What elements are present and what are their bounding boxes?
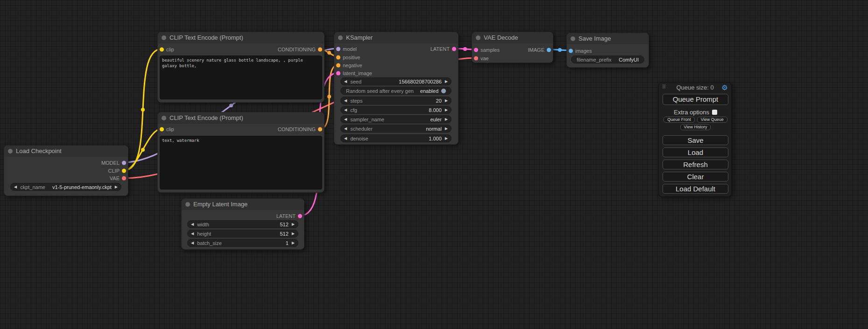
latent-port-dot[interactable]: [452, 47, 456, 51]
increment-arrow-icon[interactable]: ▶: [292, 230, 295, 238]
steps-widget[interactable]: ◀ steps 20 ▶: [340, 97, 452, 105]
node-ksampler[interactable]: KSampler model positive negative latent_…: [334, 32, 459, 145]
increment-arrow-icon[interactable]: ▶: [445, 134, 448, 142]
ckpt-name-widget[interactable]: ◀ ckpt_name v1-5-pruned-emaonly.ckpt ▶: [10, 183, 121, 191]
node-title-bar[interactable]: KSampler: [334, 32, 458, 43]
prev-arrow-icon[interactable]: ◀: [344, 125, 347, 133]
output-port-model[interactable]: MODEL: [101, 159, 126, 167]
next-arrow-icon[interactable]: ▶: [445, 115, 448, 123]
clear-button[interactable]: Clear: [663, 172, 728, 182]
decrement-arrow-icon[interactable]: ◀: [344, 134, 347, 142]
decrement-arrow-icon[interactable]: ◀: [344, 77, 347, 85]
conditioning-port-dot[interactable]: [318, 48, 322, 52]
next-arrow-icon[interactable]: ▶: [445, 125, 448, 133]
node-load-checkpoint[interactable]: Load Checkpoint MODEL CLIP VAE ◀ ckpt_na…: [4, 145, 128, 196]
seed-widget[interactable]: ◀ seed 156680208700286 ▶: [340, 77, 452, 85]
clip-port-dot[interactable]: [160, 127, 164, 132]
prompt-textarea[interactable]: beautiful scenery nature glass bottle la…: [160, 56, 322, 99]
prompt-textarea[interactable]: text, watermark: [160, 136, 322, 189]
collapse-dot-icon[interactable]: [162, 116, 166, 120]
input-port-clip[interactable]: clip: [160, 126, 174, 133]
latent-port-dot[interactable]: [474, 48, 478, 52]
node-title-bar[interactable]: Empty Latent Image: [182, 199, 304, 210]
output-port-latent[interactable]: LATENT: [276, 212, 302, 220]
output-port-clip[interactable]: CLIP: [108, 167, 126, 175]
input-port-images[interactable]: images: [569, 47, 592, 55]
decrement-arrow-icon[interactable]: ◀: [191, 239, 194, 247]
node-save-image[interactable]: Save Image images filename_prefix ComfyU…: [566, 33, 649, 68]
conditioning-port-dot[interactable]: [336, 63, 340, 68]
drag-handle-icon[interactable]: ⠿: [662, 84, 666, 90]
input-port-negative[interactable]: negative: [336, 62, 362, 69]
output-port-latent[interactable]: LATENT: [430, 45, 456, 53]
input-port-samples[interactable]: samples: [474, 46, 500, 54]
output-port-image[interactable]: IMAGE: [528, 46, 551, 54]
view-history-button[interactable]: View History: [680, 124, 711, 130]
vae-port-dot[interactable]: [474, 56, 478, 61]
model-port-dot[interactable]: [122, 161, 126, 165]
output-port-conditioning[interactable]: CONDITIONING: [278, 46, 322, 53]
increment-arrow-icon[interactable]: ▶: [292, 220, 295, 228]
view-queue-button[interactable]: View Queue: [697, 117, 727, 123]
prev-arrow-icon[interactable]: ◀: [14, 183, 17, 191]
next-arrow-icon[interactable]: ▶: [115, 183, 118, 191]
node-title-bar[interactable]: VAE Decode: [472, 32, 553, 43]
filename-prefix-widget[interactable]: filename_prefix ComfyUI: [571, 56, 644, 63]
input-port-vae[interactable]: vae: [474, 55, 489, 62]
conditioning-port-dot[interactable]: [336, 56, 340, 60]
output-port-conditioning[interactable]: CONDITIONING: [278, 126, 322, 133]
collapse-dot-icon[interactable]: [8, 149, 13, 154]
collapse-dot-icon[interactable]: [476, 35, 480, 40]
image-port-dot[interactable]: [569, 49, 573, 53]
random-seed-toggle-widget[interactable]: Random seed after every gen enabled: [340, 87, 452, 95]
output-port-vae[interactable]: VAE: [110, 175, 126, 182]
clip-port-dot[interactable]: [122, 169, 126, 173]
image-port-dot[interactable]: [547, 48, 551, 52]
queue-front-button[interactable]: Queue Front: [663, 117, 695, 123]
decrement-arrow-icon[interactable]: ◀: [191, 220, 194, 228]
input-port-clip[interactable]: clip: [160, 46, 174, 53]
collapse-dot-icon[interactable]: [185, 202, 190, 207]
width-widget[interactable]: ◀ width 512 ▶: [187, 220, 298, 228]
graph-canvas[interactable]: Load Checkpoint MODEL CLIP VAE ◀ ckpt_na…: [0, 0, 868, 329]
load-button[interactable]: Load: [663, 147, 728, 157]
increment-arrow-icon[interactable]: ▶: [445, 106, 448, 114]
increment-arrow-icon[interactable]: ▶: [445, 77, 448, 85]
batch-size-widget[interactable]: ◀ batch_size 1 ▶: [187, 239, 298, 247]
increment-arrow-icon[interactable]: ▶: [292, 239, 295, 247]
sampler-name-widget[interactable]: ◀ sampler_name euler ▶: [340, 115, 452, 123]
input-port-latent-image[interactable]: latent_image: [336, 70, 372, 77]
collapse-dot-icon[interactable]: [162, 35, 166, 40]
node-vae-decode[interactable]: VAE Decode samples vae IMAGE: [472, 32, 553, 63]
extra-options-checkbox[interactable]: [712, 110, 717, 115]
save-button[interactable]: Save: [663, 135, 728, 145]
queue-prompt-button[interactable]: Queue Prompt: [663, 94, 728, 105]
load-default-button[interactable]: Load Default: [663, 184, 728, 194]
scheduler-widget[interactable]: ◀ scheduler normal ▶: [340, 125, 452, 133]
input-port-positive[interactable]: positive: [336, 54, 360, 61]
increment-arrow-icon[interactable]: ▶: [445, 97, 448, 105]
clip-port-dot[interactable]: [160, 48, 164, 52]
seed-toggle-dot[interactable]: [441, 89, 446, 93]
input-port-model[interactable]: model: [336, 45, 357, 53]
decrement-arrow-icon[interactable]: ◀: [191, 230, 194, 238]
model-port-dot[interactable]: [336, 47, 340, 51]
latent-port-dot[interactable]: [336, 71, 340, 76]
settings-gear-icon[interactable]: ⚙: [722, 83, 728, 92]
node-title-bar[interactable]: CLIP Text Encode (Prompt): [158, 32, 324, 43]
node-empty-latent-image[interactable]: Empty Latent Image LATENT ◀ width 512 ▶ …: [181, 198, 304, 250]
collapse-dot-icon[interactable]: [571, 36, 575, 41]
decrement-arrow-icon[interactable]: ◀: [344, 106, 347, 114]
height-widget[interactable]: ◀ height 512 ▶: [187, 230, 298, 238]
node-title-bar[interactable]: CLIP Text Encode (Prompt): [158, 112, 324, 124]
prev-arrow-icon[interactable]: ◀: [344, 115, 347, 123]
latent-port-dot[interactable]: [298, 214, 302, 218]
node-title-bar[interactable]: Save Image: [567, 33, 649, 44]
node-clip-text-encode-positive[interactable]: CLIP Text Encode (Prompt) clip CONDITION…: [157, 32, 325, 103]
collapse-dot-icon[interactable]: [338, 35, 343, 40]
node-title-bar[interactable]: Load Checkpoint: [4, 146, 128, 157]
refresh-button[interactable]: Refresh: [663, 160, 728, 169]
vae-port-dot[interactable]: [122, 176, 126, 181]
cfg-widget[interactable]: ◀ cfg 8.000 ▶: [340, 106, 452, 114]
decrement-arrow-icon[interactable]: ◀: [344, 97, 347, 105]
